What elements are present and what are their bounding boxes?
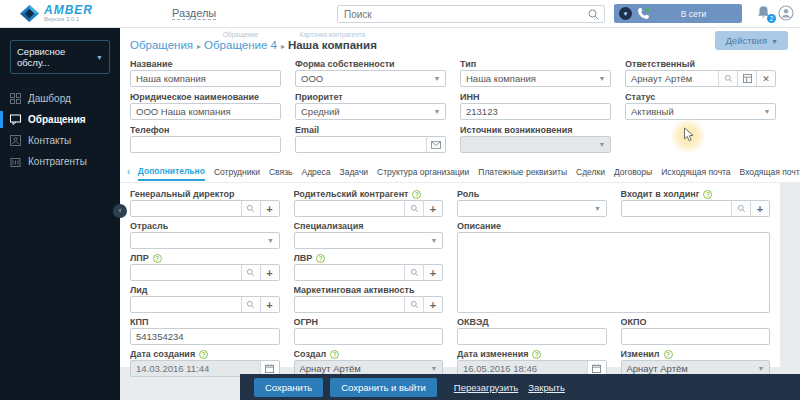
tab-org-structure[interactable]: Структура организации [377, 163, 469, 180]
help-icon[interactable]: ? [532, 350, 541, 359]
phone-input[interactable] [131, 137, 280, 152]
breadcrumb-link-cases[interactable]: Обращения [130, 39, 193, 52]
status-select[interactable]: Активный▼ [625, 103, 776, 120]
sections-menu-link[interactable]: Разделы [172, 7, 216, 20]
save-and-exit-button[interactable]: Сохранить и выйти [330, 378, 437, 397]
okved-input[interactable] [458, 329, 606, 344]
sidebar-item-contacts[interactable]: Контакты [0, 130, 120, 151]
field-ownership: Форма собственности ООО▼ [295, 58, 446, 87]
help-icon[interactable]: ? [412, 190, 421, 199]
help-icon[interactable]: ? [153, 254, 162, 263]
add-icon[interactable]: + [423, 201, 442, 216]
app-version: Версия 3.0.1 [44, 16, 93, 22]
field-source: Источник возникновения ▼ [460, 124, 611, 153]
save-button[interactable]: Сохранить [254, 378, 323, 397]
add-icon[interactable]: + [750, 201, 769, 216]
presence-dropdown-icon[interactable]: ▾ [619, 7, 632, 20]
sidebar-item-dashboard[interactable]: Дашборд [0, 88, 120, 109]
search-icon[interactable] [404, 265, 423, 280]
app-name: AMBER [44, 5, 93, 16]
search-icon[interactable] [241, 265, 260, 280]
sidebar-item-cases[interactable]: Обращения [0, 109, 120, 130]
inn-input[interactable] [461, 104, 610, 119]
telephony-presence-bar[interactable]: ▾ В сети [614, 4, 742, 23]
add-icon[interactable]: + [260, 201, 279, 216]
help-icon[interactable]: ? [330, 350, 339, 359]
add-icon[interactable]: + [423, 297, 442, 312]
user-avatar[interactable] [778, 5, 794, 21]
lpr-input[interactable] [131, 265, 241, 280]
email-input[interactable] [296, 137, 426, 152]
tab-deals[interactable]: Сделки [576, 163, 605, 180]
breadcrumb-link-case4[interactable]: Обращение 4 [204, 39, 277, 52]
chevron-down-icon: ▼ [263, 233, 279, 248]
search-icon[interactable] [731, 201, 750, 216]
sidebar-collapse-toggle[interactable]: ‹ [113, 204, 127, 218]
help-icon[interactable]: ? [664, 350, 673, 359]
tab-contracts[interactable]: Договоры [614, 163, 652, 180]
okpo-input[interactable] [622, 329, 770, 344]
tab-content-additional: Генеральный директор + Родительский конт… [120, 183, 780, 367]
tab-incoming-mail[interactable]: Входящая почта [740, 163, 800, 180]
search-icon[interactable] [404, 297, 423, 312]
search-icon[interactable] [404, 201, 423, 216]
tab-additional[interactable]: Дополнительно [138, 162, 205, 181]
search-input[interactable] [338, 9, 587, 20]
search-icon[interactable] [587, 8, 600, 21]
clear-icon[interactable]: ✕ [756, 71, 775, 86]
add-icon[interactable]: + [260, 265, 279, 280]
tab-outgoing-mail[interactable]: Исходящая почта [661, 163, 730, 180]
reload-link[interactable]: Перезагрузить [454, 382, 518, 393]
help-icon[interactable]: ? [316, 254, 325, 263]
role-select[interactable]: ▼ [457, 200, 607, 217]
app-logo[interactable]: AMBER Версия 3.0.1 [20, 5, 120, 22]
tab-tasks[interactable]: Задачи [340, 163, 369, 180]
holding-input[interactable] [622, 201, 732, 216]
help-icon[interactable]: ? [199, 350, 208, 359]
kpp-input[interactable] [131, 329, 279, 344]
send-email-icon[interactable] [426, 137, 445, 152]
actions-button[interactable]: Действия▼ [715, 31, 788, 50]
phone-icon[interactable] [637, 7, 650, 20]
tabs-scroll-left-icon[interactable]: ‹ [124, 166, 133, 177]
source-select[interactable]: ▼ [460, 136, 611, 153]
search-icon[interactable] [241, 297, 260, 312]
ownership-select[interactable]: ООО▼ [295, 70, 446, 87]
chevron-down-icon: ▼ [429, 104, 445, 119]
tab-addresses[interactable]: Адреса [301, 163, 330, 180]
notifications-bell-icon[interactable]: 2 [756, 5, 772, 21]
lead-input[interactable] [131, 297, 241, 312]
tab-employees[interactable]: Сотрудники [214, 163, 260, 180]
description-textarea[interactable] [457, 232, 770, 313]
open-card-icon[interactable] [737, 71, 756, 86]
field-inn: ИНН [460, 91, 611, 120]
type-select[interactable]: Наша компания▼ [460, 70, 611, 87]
search-icon[interactable] [241, 201, 260, 216]
main-content: Обращения ▸ Обращение Обращение 4 ▸ Карт… [120, 28, 800, 400]
name-input[interactable] [131, 71, 280, 86]
lvr-input[interactable] [295, 265, 405, 280]
parent-account-input[interactable] [295, 201, 405, 216]
field-okved: ОКВЭД [457, 316, 607, 345]
responsible-input[interactable] [626, 71, 718, 86]
close-link[interactable]: Закрыть [528, 382, 565, 393]
add-icon[interactable]: + [260, 297, 279, 312]
breadcrumb-caption: Обращение [223, 31, 259, 39]
specialization-select[interactable]: ▼ [294, 232, 444, 249]
legal-name-input[interactable] [131, 104, 280, 119]
tab-communication[interactable]: Связь [269, 163, 293, 180]
tab-payment-details[interactable]: Платежные реквизиты [478, 163, 567, 180]
sidebar-item-accounts[interactable]: Контрагенты [0, 151, 120, 172]
ogrn-input[interactable] [295, 329, 443, 344]
footer-action-bar: Сохранить Сохранить и выйти Перезагрузит… [240, 374, 800, 400]
general-director-input[interactable] [131, 201, 241, 216]
help-icon[interactable]: ? [703, 190, 712, 199]
sidebar-item-label: Контакты [28, 135, 71, 146]
workspace-label: Сервисное обслу... [17, 46, 96, 68]
priority-select[interactable]: Средний▼ [295, 103, 446, 120]
search-icon[interactable] [718, 71, 737, 86]
marketing-activity-input[interactable] [295, 297, 405, 312]
workspace-selector[interactable]: Сервисное обслу... ▼ [10, 40, 110, 74]
industry-select[interactable]: ▼ [130, 232, 280, 249]
add-icon[interactable]: + [423, 265, 442, 280]
